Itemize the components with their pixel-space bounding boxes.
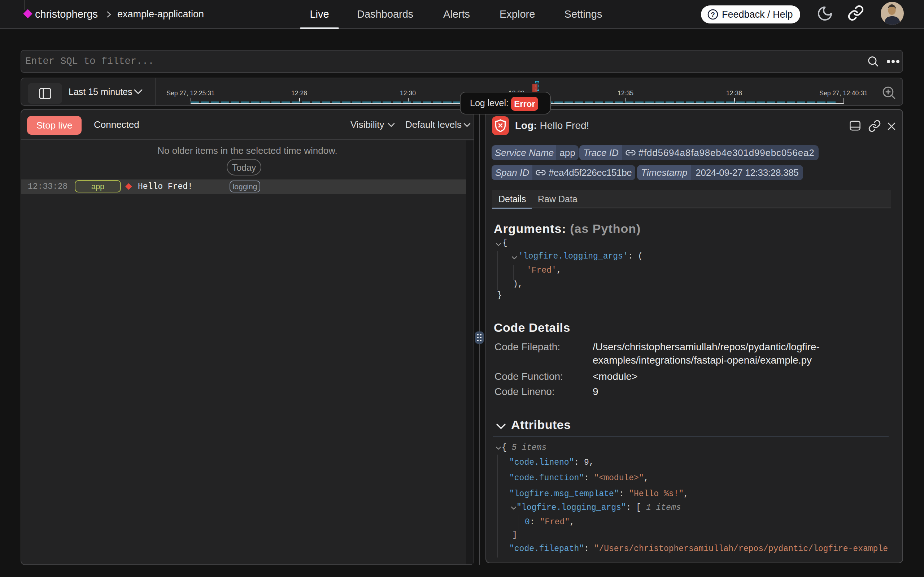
svg-text:?: ? [711, 11, 715, 18]
